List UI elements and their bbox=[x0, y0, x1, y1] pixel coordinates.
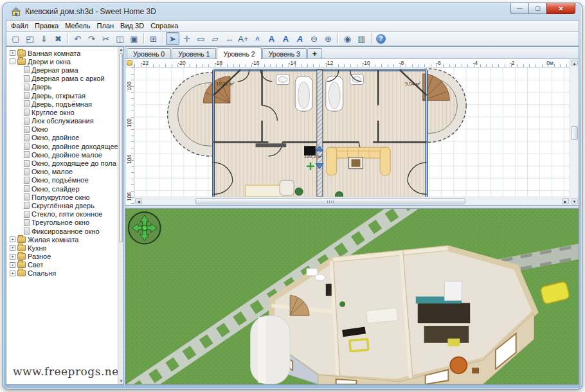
catalog-row[interactable]: Дверь bbox=[8, 83, 123, 91]
catalog-row[interactable]: Окно, двойное bbox=[8, 134, 123, 142]
level-tab[interactable]: + bbox=[307, 48, 322, 58]
catalog-row[interactable]: + Кухня bbox=[8, 244, 123, 252]
catalog-row[interactable]: + Спальня bbox=[8, 269, 123, 278]
plan-center-wall[interactable] bbox=[317, 70, 323, 197]
toolbar-button[interactable] bbox=[369, 32, 374, 45]
menu-item[interactable]: План bbox=[94, 21, 118, 30]
scroll-left-icon[interactable]: ◀ bbox=[135, 198, 142, 204]
catalog-row[interactable]: - Двери и окна bbox=[8, 57, 123, 66]
toolbar-button[interactable]: ▱ bbox=[208, 32, 222, 45]
toolbar-button[interactable]: A bbox=[279, 32, 292, 45]
tree-toggle-icon[interactable]: + bbox=[10, 254, 15, 260]
toolbar-button[interactable]: ▢ bbox=[9, 32, 22, 45]
menu-item[interactable]: Мебель bbox=[62, 21, 93, 30]
toolbar-button[interactable]: A bbox=[265, 32, 278, 45]
catalog-row[interactable]: Дверь, открытая bbox=[8, 91, 123, 100]
toolbar-button[interactable]: ⊕ bbox=[321, 32, 335, 45]
toolbar-button[interactable]: ⇓ bbox=[37, 32, 51, 45]
toolbar-button[interactable]: ◉ bbox=[341, 32, 354, 45]
menu-item[interactable]: Правка bbox=[32, 21, 62, 30]
catalog-row[interactable]: Дверная рама с аркой bbox=[8, 75, 123, 83]
nav-center-icon[interactable] bbox=[142, 226, 147, 231]
toolbar-button[interactable]: ↷ bbox=[85, 32, 98, 45]
toolbar-button[interactable]: A bbox=[251, 32, 264, 45]
scroll-down-icon[interactable]: ▼ bbox=[571, 198, 578, 204]
plan-coffee-table[interactable] bbox=[349, 157, 363, 169]
scroll-down-icon[interactable]: ▼ bbox=[118, 379, 124, 384]
level-tab[interactable]: Уровень 1 bbox=[172, 48, 216, 58]
plan-tv-stand[interactable] bbox=[256, 143, 287, 147]
catalog-row[interactable]: Дверь, подъёмная bbox=[8, 100, 123, 108]
view-3d[interactable] bbox=[125, 208, 579, 385]
scroll-right-icon[interactable]: ▶ bbox=[562, 198, 569, 204]
toolbar-button[interactable]: ▣ bbox=[127, 32, 141, 45]
scroll-up-icon[interactable]: ▲ bbox=[571, 60, 578, 66]
plan-bathtub-left[interactable] bbox=[295, 76, 312, 111]
plan-canvas[interactable]: 10,21 м² 9,04 м² 120,2 м² bbox=[134, 67, 570, 197]
catalog-row[interactable]: Дверная рама bbox=[8, 66, 123, 74]
toolbar-button[interactable]: ✛ bbox=[180, 32, 194, 45]
catalog-row[interactable]: Скруглённая дверь bbox=[8, 201, 123, 209]
close-button[interactable]: ✕ bbox=[546, 3, 575, 14]
catalog-row[interactable]: Треугольное окно bbox=[8, 218, 123, 227]
menu-item[interactable]: Справка bbox=[147, 21, 181, 30]
catalog-row[interactable]: Окно, двойное доходящее до пола bbox=[8, 142, 123, 150]
toolbar-button[interactable]: ↶ bbox=[71, 32, 84, 45]
catalog-row[interactable]: Окно, слайдер bbox=[8, 184, 123, 193]
menu-item[interactable]: Вид 3D bbox=[117, 21, 147, 30]
plan-armchair[interactable] bbox=[280, 180, 294, 195]
toolbar-button[interactable]: ⊞ bbox=[147, 32, 160, 45]
tree-toggle-icon[interactable]: + bbox=[10, 236, 15, 242]
scroll-up-icon[interactable]: ▲ bbox=[118, 47, 124, 53]
catalog-row[interactable]: Круглое окно bbox=[8, 108, 123, 116]
catalog-row[interactable]: + Ванная комната bbox=[8, 49, 123, 57]
level-tab[interactable]: Уровень 0 bbox=[127, 48, 171, 58]
toolbar-button[interactable]: A bbox=[293, 32, 307, 45]
catalog-row[interactable]: Окно, подъёмное bbox=[8, 176, 123, 184]
toolbar-button[interactable]: ◫ bbox=[113, 32, 127, 45]
toolbar-button[interactable]: ▭ bbox=[194, 32, 208, 45]
minimize-button[interactable]: — bbox=[510, 3, 529, 14]
catalog-row[interactable]: + Жилая комната bbox=[8, 235, 123, 244]
toolbar-button[interactable]: ↔ bbox=[222, 32, 236, 45]
plan-plant[interactable] bbox=[295, 188, 303, 195]
maximize-button[interactable]: ▢ bbox=[529, 3, 546, 14]
catalog-row[interactable]: Окно, двойное малое bbox=[8, 150, 123, 159]
tree-toggle-icon[interactable]: - bbox=[10, 58, 15, 64]
catalog-row[interactable]: Полукруглое окно bbox=[8, 193, 123, 201]
plan-vertical-scrollbar[interactable]: ▲ ▼ bbox=[570, 59, 579, 205]
tree-toggle-icon[interactable]: + bbox=[10, 271, 15, 276]
catalog-row[interactable]: Стекло, пяти оконное bbox=[8, 210, 123, 218]
toolbar-button[interactable]: A+ bbox=[237, 32, 250, 45]
toolbar-button[interactable]: ▥ bbox=[355, 32, 368, 45]
level-tab[interactable]: Уровень 3 bbox=[262, 48, 307, 58]
catalog-row[interactable]: + Свет bbox=[8, 261, 123, 269]
catalog-row[interactable]: + Разное bbox=[8, 253, 123, 261]
plan-horizontal-scrollbar[interactable]: ◀ ▶ bbox=[134, 197, 570, 205]
toolbar-button[interactable] bbox=[141, 32, 146, 45]
catalog-row[interactable]: Люк обслуживания bbox=[8, 117, 123, 125]
toolbar-button[interactable]: ✖ bbox=[51, 32, 65, 45]
navigation-arrows[interactable] bbox=[129, 212, 161, 244]
toolbar-button[interactable]: ⊖ bbox=[307, 32, 321, 45]
title-bar[interactable]: Киевский дом.sh3d - Sweet Home 3D — ▢ ✕ bbox=[6, 3, 579, 20]
catalog-scrollbar[interactable]: ▲ ▼ bbox=[118, 47, 123, 384]
scrollbar-thumb[interactable] bbox=[119, 53, 123, 242]
tree-toggle-icon[interactable]: + bbox=[10, 50, 15, 56]
level-tab[interactable]: Уровень 2 bbox=[217, 48, 261, 59]
toolbar-button[interactable] bbox=[161, 32, 165, 45]
scrollbar-thumb[interactable] bbox=[195, 198, 465, 204]
toolbar-button[interactable]: ◰ bbox=[23, 32, 37, 45]
toolbar-button[interactable] bbox=[66, 32, 70, 45]
toolbar-button[interactable]: ✂ bbox=[99, 32, 113, 45]
catalog-row[interactable]: Окно bbox=[8, 125, 123, 134]
menu-item[interactable]: Файл bbox=[8, 21, 32, 30]
catalog-row[interactable]: Фиксированное окно bbox=[8, 227, 123, 235]
tree-toggle-icon[interactable]: + bbox=[10, 262, 15, 268]
plan-sink-left[interactable] bbox=[276, 75, 289, 85]
plan-plant[interactable] bbox=[336, 192, 343, 197]
toolbar-button[interactable]: ? bbox=[374, 32, 388, 45]
scrollbar-thumb[interactable] bbox=[571, 126, 578, 140]
toolbar-button[interactable] bbox=[336, 32, 340, 45]
toolbar-button[interactable]: ➤ bbox=[166, 32, 179, 45]
